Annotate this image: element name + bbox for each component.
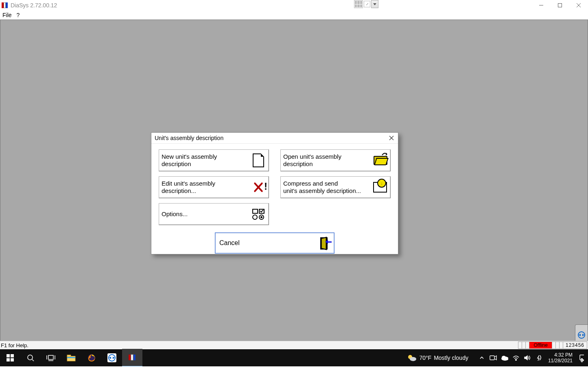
tray-notifications-icon[interactable]: 1: [579, 354, 586, 361]
compress-send-label: Compress and send unit's assembly descri…: [283, 180, 361, 195]
exit-door-icon: [319, 237, 330, 249]
svg-point-31: [516, 359, 517, 361]
new-assembly-label: New unit's assembly description: [162, 153, 217, 168]
svg-rect-28: [490, 356, 494, 360]
menu-help[interactable]: ?: [17, 12, 20, 18]
svg-rect-9: [7, 358, 10, 361]
taskbar-date: 11/28/2021: [548, 358, 573, 364]
taskbar-firefox[interactable]: [81, 349, 102, 366]
status-offline: Offline: [529, 342, 552, 349]
workspace: Unit's assembly description New unit's a…: [0, 20, 588, 342]
tray-meet-now-icon[interactable]: [490, 354, 497, 361]
new-document-icon: [251, 153, 265, 167]
window-title: DiaSys 2.72.00.12: [11, 2, 57, 9]
svg-point-27: [410, 357, 416, 361]
open-assembly-label: Open unit's assembly description: [283, 153, 341, 168]
svg-rect-17: [67, 356, 75, 361]
weather-desc: Mostly cloudy: [434, 355, 468, 361]
cancel-label: Cancel: [219, 239, 240, 247]
svg-rect-19: [67, 357, 75, 358]
keyboard-icon: [354, 0, 363, 8]
svg-rect-24: [131, 355, 133, 360]
svg-line-12: [32, 359, 34, 361]
assembly-description-dialog: Unit's assembly description New unit's a…: [151, 132, 398, 254]
statusbar: F1 for Help. Offline 123456: [0, 341, 588, 349]
taskbar-weather[interactable]: 70°F Mostly cloudy: [407, 354, 468, 362]
tray-wifi-icon[interactable]: [512, 354, 520, 361]
edit-assembly-button[interactable]: Edit unit's assembly description... !: [159, 176, 269, 198]
svg-rect-8: [11, 354, 14, 357]
svg-rect-25: [133, 355, 136, 360]
taskbar-file-explorer[interactable]: [61, 349, 81, 366]
tray-volume-icon[interactable]: [524, 354, 531, 361]
compress-envelope-icon: ↓: [373, 180, 387, 194]
svg-rect-23: [129, 355, 131, 360]
svg-rect-13: [48, 355, 53, 359]
tray-onedrive-icon[interactable]: [501, 354, 508, 361]
svg-rect-18: [67, 355, 71, 357]
menu-file[interactable]: File: [2, 12, 12, 18]
svg-rect-1: [558, 4, 562, 7]
weather-temp: 70°F: [419, 355, 431, 361]
minimize-button[interactable]: [532, 0, 551, 11]
edit-assembly-label: Edit unit's assembly description...: [162, 180, 215, 195]
app-icon: [2, 2, 8, 9]
tray-show-hidden-icon[interactable]: [478, 354, 485, 361]
svg-rect-7: [7, 354, 10, 357]
svg-point-30: [502, 356, 506, 359]
expand-icon: ⤢: [364, 1, 370, 7]
close-button[interactable]: [569, 0, 588, 11]
start-button[interactable]: [0, 349, 20, 366]
options-label: Options...: [162, 210, 188, 218]
open-assembly-button[interactable]: Open unit's assembly description: [280, 149, 391, 171]
windows-taskbar: 70°F Mostly cloudy 4:32 PM 11/28/2021 1: [0, 349, 588, 366]
dropdown-icon[interactable]: [371, 0, 378, 8]
tray-power-icon[interactable]: [535, 354, 542, 361]
options-icon: [251, 207, 265, 221]
options-button[interactable]: Options...: [159, 203, 269, 225]
statusbar-help-text: F1 for Help.: [1, 342, 28, 348]
taskbar-diasys[interactable]: [122, 349, 142, 367]
bottom-whitespace: [0, 366, 588, 392]
dialog-close-button[interactable]: [387, 134, 396, 142]
window-titlebar: DiaSys 2.72.00.12 ⤢: [0, 0, 588, 11]
svg-rect-10: [11, 358, 14, 361]
svg-point-11: [28, 355, 33, 360]
cancel-button[interactable]: Cancel: [215, 232, 334, 254]
menubar: File ?: [0, 11, 588, 20]
dialog-titlebar: Unit's assembly description: [151, 133, 398, 144]
compress-send-button[interactable]: Compress and send unit's assembly descri…: [280, 176, 391, 198]
search-button[interactable]: [20, 349, 41, 366]
task-view-button[interactable]: [41, 349, 61, 366]
titlebar-input-widget[interactable]: ⤢: [354, 0, 378, 8]
dialog-title: Unit's assembly description: [155, 135, 223, 141]
open-folder-icon: [373, 153, 387, 167]
edit-x-icon: !: [251, 180, 265, 194]
taskbar-time: 4:32 PM: [548, 352, 573, 358]
status-code: 123456: [563, 342, 587, 349]
taskbar-teamviewer[interactable]: [102, 349, 122, 366]
maximize-button[interactable]: [551, 0, 569, 11]
new-assembly-button[interactable]: New unit's assembly description: [159, 149, 269, 171]
taskbar-clock[interactable]: 4:32 PM 11/28/2021: [548, 352, 573, 364]
